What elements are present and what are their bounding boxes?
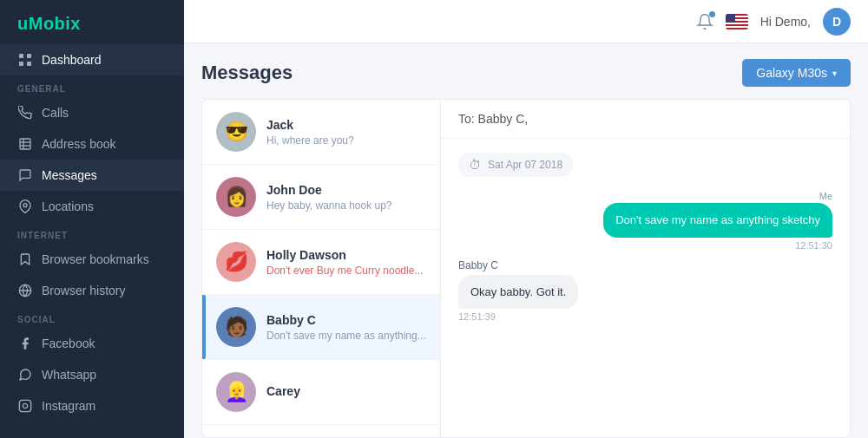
sidebar-bookmarks-label: Browser bookmarks: [42, 252, 149, 266]
whatsapp-icon: [17, 367, 33, 382]
message-bubble-me: Don't save my name as anything sketchy: [603, 203, 832, 238]
them-label: Babby C: [458, 259, 498, 271]
message-row-them: Babby C Okay babby. Got it. 12:51:39: [458, 259, 832, 323]
sidebar-history-label: Browser history: [42, 284, 125, 297]
user-avatar[interactable]: D: [823, 8, 851, 36]
chat-messages: ⏱ Sat Apr 07 2018 Me Don't save my name …: [441, 139, 850, 437]
list-item[interactable]: 💋 Holly Dawson Don't ever Buy me Curry n…: [202, 230, 440, 295]
book-icon: [17, 136, 33, 152]
chat-panel: To: Babby C, ⏱ Sat Apr 07 2018 Me Don't …: [441, 100, 850, 437]
contact-name: John Doe: [266, 183, 426, 197]
sidebar-dashboard-label: Dashboard: [42, 53, 102, 67]
avatar: 💋: [216, 242, 256, 282]
globe-icon: [17, 283, 33, 298]
notification-dot: [709, 11, 715, 17]
contact-info: Jack Hi, where are you?: [266, 118, 426, 147]
list-item[interactable]: 🧑🏾 Babby C Don't save my name as anythin…: [202, 295, 440, 360]
active-indicator: [202, 295, 206, 359]
list-item[interactable]: 😎 Jack Hi, where are you?: [202, 100, 440, 165]
chat-icon: [17, 167, 33, 183]
svg-rect-0: [19, 54, 23, 58]
contact-name: Carey: [266, 384, 426, 398]
contact-preview: Hey baby, wanna hook up?: [266, 199, 426, 212]
contact-name: Jack: [266, 118, 426, 132]
notification-bell[interactable]: [696, 13, 713, 30]
message-time-them: 12:51:39: [458, 311, 496, 322]
page-title: Messages: [201, 62, 293, 84]
section-label-internet: INTERNET: [0, 222, 184, 244]
instagram-icon: [17, 398, 33, 414]
clock-icon: ⏱: [469, 158, 481, 172]
sidebar-whatsapp-label: Whatsapp: [42, 368, 96, 382]
contact-name: Holly Dawson: [266, 248, 426, 262]
svg-rect-2: [19, 62, 23, 66]
svg-rect-4: [20, 139, 30, 149]
svg-rect-15: [726, 23, 748, 24]
sidebar-item-instagram[interactable]: Instagram: [0, 390, 184, 422]
sidebar-item-dashboard[interactable]: Dashboard: [0, 44, 184, 75]
messages-container: 😎 Jack Hi, where are you? 👩 John Doe Hey…: [201, 99, 851, 438]
list-item[interactable]: 👱‍♀️ Carey: [202, 360, 440, 425]
svg-rect-10: [19, 400, 30, 411]
section-label-social: SOCIAL: [0, 306, 184, 328]
avatar: 👱‍♀️: [216, 372, 256, 412]
bookmark-icon: [17, 252, 33, 267]
sidebar-locations-label: Locations: [42, 199, 94, 213]
sidebar-facebook-label: Facebook: [42, 337, 95, 350]
section-label-general: GENERAL: [0, 75, 184, 97]
message-bubble-them: Okay babby. Got it.: [458, 275, 578, 310]
chevron-down-icon: ▾: [832, 69, 837, 78]
contact-info: Holly Dawson Don't ever Buy me Curry noo…: [266, 248, 426, 277]
sidebar-item-whatsapp[interactable]: Whatsapp: [0, 359, 184, 390]
sidebar-item-calls[interactable]: Calls: [0, 97, 184, 128]
phone-icon: [17, 105, 33, 121]
contact-info: Carey: [266, 384, 426, 401]
sidebar-instagram-label: Instagram: [42, 399, 95, 413]
list-item[interactable]: 👩 John Doe Hey baby, wanna hook up?: [202, 165, 440, 230]
date-divider: ⏱ Sat Apr 07 2018: [458, 153, 573, 177]
svg-rect-1: [27, 54, 31, 58]
contact-preview: Hi, where are you?: [266, 134, 426, 147]
app-logo: uMobix: [0, 0, 184, 44]
contact-list: 😎 Jack Hi, where are you? 👩 John Doe Hey…: [202, 100, 441, 437]
sidebar: uMobix Dashboard GENERAL Calls Address b…: [0, 0, 184, 438]
svg-rect-17: [726, 14, 735, 23]
avatar: 😎: [216, 112, 256, 152]
sidebar-item-facebook[interactable]: Facebook: [0, 328, 184, 359]
avatar: 👩: [216, 177, 256, 217]
sender-label-me: Me: [819, 191, 832, 201]
sidebar-item-address-book[interactable]: Address book: [0, 128, 184, 160]
sidebar-item-messages[interactable]: Messages: [0, 160, 184, 191]
contact-preview: Don't save my name as anything...: [266, 330, 426, 342]
message-time-me: 12:51:30: [795, 240, 832, 251]
topbar: Hi Demo, D: [184, 0, 868, 43]
dashboard-icon: [17, 52, 33, 68]
main-content: Hi Demo, D Messages Galaxy M30s ▾ 😎 Jack…: [184, 0, 868, 438]
contact-name: Babby C: [266, 313, 426, 327]
topbar-greeting: Hi Demo,: [760, 15, 811, 29]
device-name: Galaxy M30s: [756, 66, 827, 80]
sidebar-item-browser-history[interactable]: Browser history: [0, 275, 184, 306]
device-selector-button[interactable]: Galaxy M30s ▾: [742, 59, 851, 87]
chat-recipient: To: Babby C,: [458, 112, 528, 126]
svg-point-8: [23, 204, 27, 207]
chat-header: To: Babby C,: [441, 100, 850, 139]
contact-info: John Doe Hey baby, wanna hook up?: [266, 183, 426, 212]
sidebar-address-label: Address book: [42, 137, 116, 151]
content-area: Messages Galaxy M30s ▾ 😎 Jack Hi, where …: [184, 43, 868, 438]
avatar: 🧑🏾: [216, 307, 256, 347]
contact-preview-highlighted: Don't ever Buy me Curry noodle...: [266, 265, 426, 277]
svg-rect-3: [27, 62, 31, 66]
language-flag[interactable]: [726, 14, 748, 29]
message-row-me: Me Don't save my name as anything sketch…: [458, 191, 832, 251]
content-header: Messages Galaxy M30s ▾: [201, 59, 851, 87]
svg-rect-16: [726, 26, 748, 28]
facebook-icon: [17, 336, 33, 351]
sidebar-calls-label: Calls: [42, 106, 69, 120]
date-divider-text: Sat Apr 07 2018: [488, 159, 562, 171]
sidebar-item-browser-bookmarks[interactable]: Browser bookmarks: [0, 244, 184, 275]
sidebar-item-locations[interactable]: Locations: [0, 191, 184, 222]
contact-info: Babby C Don't save my name as anything..…: [266, 313, 426, 342]
pin-icon: [17, 199, 33, 214]
sidebar-messages-label: Messages: [42, 168, 97, 182]
